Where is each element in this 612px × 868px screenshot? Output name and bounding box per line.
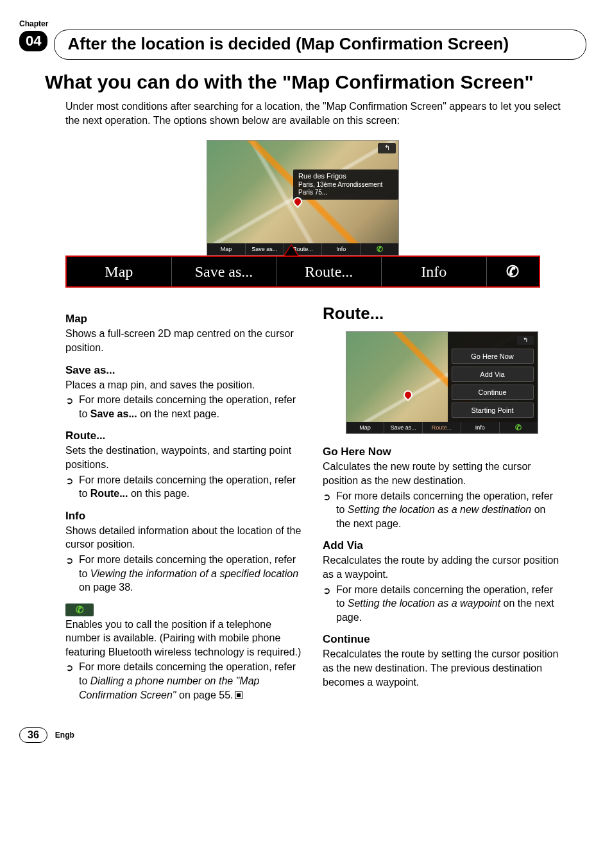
- intro-text: Under most conditions after searching fo…: [65, 100, 561, 127]
- page-number: 36: [19, 727, 47, 743]
- toolbar-map-button[interactable]: Map: [346, 422, 385, 433]
- bullet-icon: ➲: [65, 661, 74, 702]
- route-map-area: ↰ Go Here Now Add Via Continue Starting …: [346, 332, 538, 422]
- callout-pointer-icon: [284, 244, 299, 256]
- language-label: Engb: [55, 731, 74, 740]
- phone-icon[interactable]: ✆: [500, 422, 538, 433]
- back-icon[interactable]: ↰: [378, 143, 396, 153]
- chapter-label: Chapter: [19, 19, 586, 28]
- location-info-box: Rue des Frigos Paris, 13ème Arrondisseme…: [293, 169, 398, 200]
- bullet-icon: ➲: [65, 394, 74, 421]
- phone-icon: ✆: [65, 603, 94, 616]
- main-heading: What you can do with the "Map Confirmati…: [45, 71, 586, 93]
- toolbar-callout: Map Save as... Route... Info ✆: [65, 256, 540, 288]
- address-line2: Paris, 13ème Arrondissement Paris 75...: [298, 181, 393, 197]
- route-bullet: ➲ For more details concerning the operat…: [65, 473, 303, 501]
- chapter-title-wrap: After the location is decided (Map Confi…: [54, 30, 586, 60]
- content-columns: Map Shows a full-screen 2D map centred o…: [65, 304, 561, 702]
- toolbar-info-button[interactable]: Info: [382, 257, 487, 286]
- toolbar-info-button[interactable]: Info: [322, 243, 361, 255]
- continue-text: Recalculates the route by setting the cu…: [323, 647, 561, 689]
- toolbar-info-button[interactable]: Info: [461, 422, 500, 433]
- toolbar-map-button[interactable]: Map: [207, 243, 246, 255]
- phone-icon[interactable]: ✆: [361, 243, 398, 255]
- end-mark-icon: [235, 691, 242, 699]
- route-section-heading: Route...: [323, 304, 561, 324]
- map-pin-icon: [402, 388, 414, 401]
- continue-title: Continue: [323, 633, 561, 646]
- go-here-now-button[interactable]: Go Here Now: [452, 349, 534, 364]
- go-here-now-title: Go Here Now: [323, 446, 561, 458]
- info-title: Info: [65, 510, 303, 523]
- header-row: 04 After the location is decided (Map Co…: [19, 30, 586, 60]
- bullet-icon: ➲: [65, 474, 74, 501]
- bullet-text: For more details concerning the operatio…: [79, 473, 303, 501]
- phone-text: Enables you to call the position if a te…: [65, 618, 303, 659]
- route-text: Sets the destination, waypoints, and sta…: [65, 444, 303, 471]
- saveas-bullet: ➲ For more details concerning the operat…: [65, 393, 303, 421]
- info-bullet: ➲ For more details concerning the operat…: [65, 553, 303, 595]
- map-area: ↰ Rue des Frigos Paris, 13ème Arrondisse…: [207, 141, 398, 243]
- route-menu: ↰ Go Here Now Add Via Continue Starting …: [448, 332, 538, 422]
- toolbar-large: Map Save as... Route... Info ✆: [65, 256, 540, 288]
- add-via-title: Add Via: [323, 539, 561, 552]
- back-icon[interactable]: ↰: [517, 336, 534, 345]
- info-text: Shows detailed information about the loc…: [65, 524, 303, 551]
- route-screenshot: ↰ Go Here Now Add Via Continue Starting …: [346, 331, 538, 434]
- footer: 36 Engb: [19, 727, 586, 743]
- chapter-number-badge: 04: [19, 31, 47, 51]
- bullet-icon: ➲: [65, 554, 74, 595]
- bullet-text: For more details concerning the operatio…: [336, 489, 561, 531]
- toolbar-saveas-button[interactable]: Save as...: [384, 422, 423, 433]
- map-text: Shows a full-screen 2D map centred on th…: [65, 327, 303, 354]
- bullet-icon: ➲: [323, 490, 331, 531]
- left-column: Map Shows a full-screen 2D map centred o…: [65, 304, 303, 702]
- toolbar-saveas-button[interactable]: Save as...: [172, 257, 277, 286]
- go-here-now-text: Calculates the new route by setting the …: [323, 460, 561, 487]
- go-bullet: ➲ For more details concerning the operat…: [323, 489, 561, 531]
- bullet-text: For more details concerning the operatio…: [79, 393, 303, 421]
- toolbar-route-button[interactable]: Route...: [276, 257, 382, 286]
- add-via-text: Recalculates the route by adding the cur…: [323, 553, 561, 581]
- right-column: Route... ↰ Go Here Now Add Via Continue …: [323, 304, 561, 702]
- toolbar-route-button[interactable]: Route...: [423, 422, 461, 433]
- add-via-button[interactable]: Add Via: [452, 367, 534, 382]
- route-title: Route...: [65, 430, 303, 442]
- phone-bullet: ➲ For more details concerning the operat…: [65, 660, 303, 702]
- chapter-title: After the location is decided (Map Confi…: [67, 34, 573, 54]
- bullet-text: For more details concerning the operatio…: [79, 553, 303, 595]
- starting-point-button[interactable]: Starting Point: [452, 403, 534, 418]
- address-line1: Rue des Frigos: [298, 172, 393, 181]
- toolbar-small: Map Save as... Route... Info ✆: [207, 243, 398, 255]
- toolbar-saveas-button[interactable]: Save as...: [246, 243, 284, 255]
- continue-button[interactable]: Continue: [452, 385, 534, 400]
- toolbar-route: Map Save as... Route... Info ✆: [346, 422, 538, 433]
- saveas-text: Places a map pin, and saves the position…: [65, 378, 303, 392]
- bullet-text: For more details concerning the operatio…: [336, 583, 561, 625]
- add-bullet: ➲ For more details concerning the operat…: [323, 583, 561, 625]
- bullet-icon: ➲: [323, 584, 331, 625]
- map-confirmation-screenshot: ↰ Rue des Frigos Paris, 13ème Arrondisse…: [207, 140, 399, 256]
- phone-icon[interactable]: ✆: [487, 257, 539, 286]
- map-title: Map: [65, 313, 303, 326]
- toolbar-map-button[interactable]: Map: [67, 257, 172, 286]
- saveas-title: Save as...: [65, 364, 303, 377]
- bullet-text: For more details concerning the operatio…: [79, 660, 303, 702]
